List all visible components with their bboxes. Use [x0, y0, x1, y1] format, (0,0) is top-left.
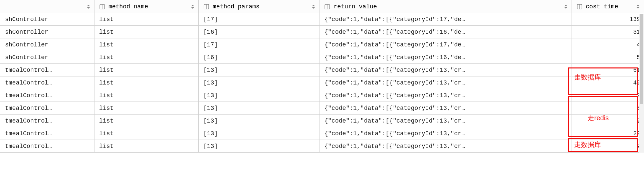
cell-method-name[interactable]: list: [94, 64, 198, 76]
table-row[interactable]: tmealControl… list [13] {"code":1,"data"…: [0, 140, 644, 153]
cell-class-name[interactable]: shController: [0, 51, 94, 64]
cell-cost-time[interactable]: 42: [572, 76, 644, 89]
cell-method-name[interactable]: list: [94, 115, 198, 127]
sort-icon[interactable]: [311, 5, 316, 9]
col-header-label: cost_time: [586, 3, 633, 10]
sort-icon[interactable]: [86, 5, 91, 9]
column-icon: [577, 4, 583, 10]
col-header-label: method_params: [213, 3, 308, 10]
col-header-method-params[interactable]: method_params: [198, 0, 319, 13]
cell-method-name[interactable]: list: [94, 89, 198, 102]
cell-method-params[interactable]: [13]: [198, 115, 319, 127]
table-row[interactable]: tmealControl… list [13] {"code":1,"data"…: [0, 64, 644, 76]
sort-icon[interactable]: [564, 5, 568, 9]
cell-return-value[interactable]: {"code":1,"data":[{"categoryId":13,"cr…: [319, 89, 572, 102]
col-header-class-name[interactable]: [0, 0, 94, 13]
cell-method-name[interactable]: list: [94, 13, 198, 26]
col-header-label: return_value: [334, 3, 560, 10]
cell-class-name[interactable]: tmealControl…: [0, 64, 94, 76]
cell-return-value[interactable]: {"code":1,"data":[{"categoryId":13,"cr…: [319, 127, 572, 140]
cell-cost-time[interactable]: 61: [572, 64, 644, 76]
sort-icon[interactable]: [190, 5, 195, 9]
table-row[interactable]: tmealControl… list [13] {"code":1,"data"…: [0, 127, 644, 140]
col-header-method-name[interactable]: method_name: [94, 0, 198, 13]
column-icon: [324, 4, 330, 10]
cell-method-params[interactable]: [13]: [198, 140, 319, 153]
cell-return-value[interactable]: {"code":1,"data":[{"categoryId":13,"cr…: [319, 140, 572, 153]
cell-return-value[interactable]: {"code":1,"data":[{"categoryId":13,"cr…: [319, 102, 572, 115]
cell-cost-time[interactable]: 2: [572, 89, 644, 102]
scrollbar-thumb[interactable]: [640, 14, 643, 104]
col-header-cost-time[interactable]: cost_time: [572, 0, 644, 13]
vertical-scrollbar[interactable]: [639, 14, 644, 153]
cell-class-name[interactable]: tmealControl…: [0, 76, 94, 89]
cell-return-value[interactable]: {"code":1,"data":[{"categoryId":16,"de…: [319, 26, 572, 38]
col-header-label: method_name: [109, 3, 187, 10]
cell-method-params[interactable]: [16]: [198, 51, 319, 64]
cell-cost-time[interactable]: 5: [572, 102, 644, 115]
col-header-return-value[interactable]: return_value: [319, 0, 572, 13]
cell-method-name[interactable]: list: [94, 38, 198, 51]
cell-class-name[interactable]: tmealControl…: [0, 102, 94, 115]
cell-cost-time[interactable]: 2: [572, 140, 644, 153]
cell-method-params[interactable]: [13]: [198, 89, 319, 102]
cell-class-name[interactable]: shController: [0, 13, 94, 26]
table-row[interactable]: shController list [17] {"code":1,"data":…: [0, 38, 644, 51]
cell-method-name[interactable]: list: [94, 140, 198, 153]
cell-method-params[interactable]: [13]: [198, 76, 319, 89]
cell-method-params[interactable]: [13]: [198, 102, 319, 115]
cell-method-name[interactable]: list: [94, 26, 198, 38]
sort-icon[interactable]: [636, 5, 640, 9]
cell-method-name[interactable]: list: [94, 76, 198, 89]
cell-cost-time[interactable]: 4: [572, 38, 644, 51]
cell-cost-time[interactable]: 2: [572, 115, 644, 127]
cell-return-value[interactable]: {"code":1,"data":[{"categoryId":16,"de…: [319, 51, 572, 64]
results-grid-container: method_name method_params return_value: [0, 0, 644, 153]
cell-method-params[interactable]: [17]: [198, 38, 319, 51]
cell-class-name[interactable]: tmealControl…: [0, 115, 94, 127]
table-row[interactable]: shController list [16] {"code":1,"data":…: [0, 51, 644, 64]
cell-cost-time[interactable]: 31: [572, 26, 644, 38]
cell-class-name[interactable]: tmealControl…: [0, 89, 94, 102]
table-body: shController list [17] {"code":1,"data":…: [0, 13, 644, 153]
cell-return-value[interactable]: {"code":1,"data":[{"categoryId":17,"de…: [319, 38, 572, 51]
cell-method-params[interactable]: [16]: [198, 26, 319, 38]
cell-cost-time[interactable]: 5: [572, 51, 644, 64]
results-table: method_name method_params return_value: [0, 0, 644, 153]
cell-method-params[interactable]: [13]: [198, 64, 319, 76]
cell-method-params[interactable]: [13]: [198, 127, 319, 140]
cell-method-name[interactable]: list: [94, 102, 198, 115]
cell-cost-time[interactable]: 22: [572, 127, 644, 140]
table-row[interactable]: tmealControl… list [13] {"code":1,"data"…: [0, 76, 644, 89]
cell-return-value[interactable]: {"code":1,"data":[{"categoryId":13,"cr…: [319, 64, 572, 76]
cell-return-value[interactable]: {"code":1,"data":[{"categoryId":17,"de…: [319, 13, 572, 26]
cell-method-params[interactable]: [17]: [198, 13, 319, 26]
table-row[interactable]: tmealControl… list [13] {"code":1,"data"…: [0, 89, 644, 102]
column-icon: [203, 4, 209, 10]
cell-class-name[interactable]: shController: [0, 26, 94, 38]
table-header-row: method_name method_params return_value: [0, 0, 644, 13]
column-icon: [99, 4, 105, 10]
cell-class-name[interactable]: shController: [0, 38, 94, 51]
cell-method-name[interactable]: list: [94, 51, 198, 64]
cell-method-name[interactable]: list: [94, 127, 198, 140]
cell-class-name[interactable]: tmealControl…: [0, 127, 94, 140]
table-row[interactable]: shController list [17] {"code":1,"data":…: [0, 13, 644, 26]
cell-cost-time[interactable]: 139: [572, 13, 644, 26]
table-row[interactable]: tmealControl… list [13] {"code":1,"data"…: [0, 115, 644, 127]
table-row[interactable]: shController list [16] {"code":1,"data":…: [0, 26, 644, 38]
cell-return-value[interactable]: {"code":1,"data":[{"categoryId":13,"cr…: [319, 115, 572, 127]
cell-class-name[interactable]: tmealControl…: [0, 140, 94, 153]
cell-return-value[interactable]: {"code":1,"data":[{"categoryId":13,"cr…: [319, 76, 572, 89]
table-row[interactable]: tmealControl… list [13] {"code":1,"data"…: [0, 102, 644, 115]
